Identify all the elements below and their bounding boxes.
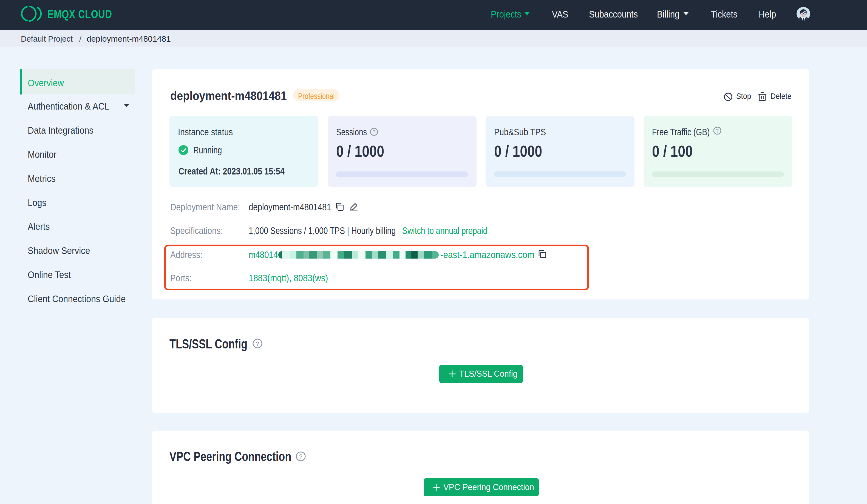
svg-text:?: ?: [716, 128, 719, 134]
svg-text:?: ?: [373, 129, 375, 135]
svg-text:?: ?: [256, 340, 259, 347]
svg-text:?: ?: [299, 453, 302, 460]
